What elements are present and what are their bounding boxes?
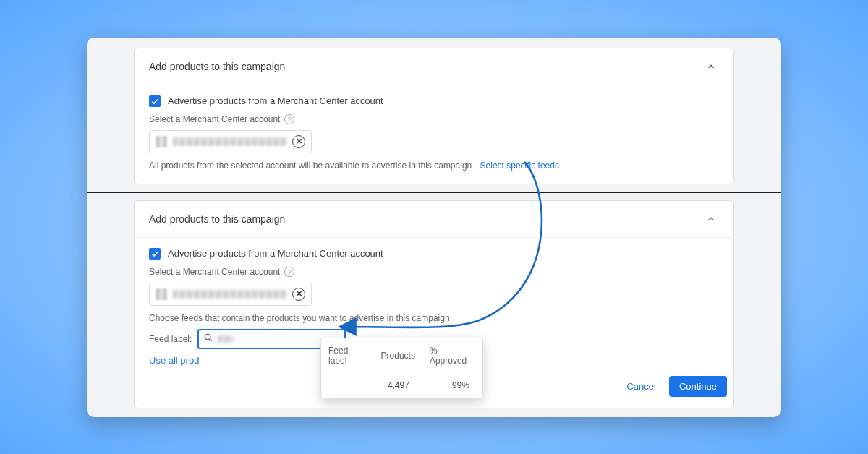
- products-description: All products from the selected account w…: [149, 160, 719, 171]
- help-icon[interactable]: ?: [284, 114, 294, 124]
- card-title: Add products to this campaign: [149, 61, 285, 72]
- app-frame: Add products to this campaign Advertise …: [87, 38, 781, 417]
- footer-actions: Cancel Continue: [626, 376, 727, 397]
- continue-button[interactable]: Continue: [669, 376, 727, 397]
- card-header-top: Add products to this campaign: [135, 48, 733, 85]
- merchant-account-select[interactable]: ✕: [149, 130, 312, 153]
- clear-icon[interactable]: ✕: [292, 288, 305, 301]
- feed-label-text: Feed label:: [149, 334, 192, 344]
- redacted-account-icon: [156, 136, 167, 147]
- redacted-account-name: [173, 290, 286, 299]
- search-icon: [203, 333, 213, 345]
- col-products: Products: [374, 338, 422, 373]
- collapse-icon[interactable]: [703, 59, 719, 74]
- choose-feeds-description: Choose feeds that contain the products y…: [149, 313, 719, 323]
- redacted-account-icon: [156, 288, 167, 300]
- svg-point-0: [205, 334, 211, 340]
- select-specific-feeds-link[interactable]: Select specific feeds: [480, 160, 559, 171]
- col-feed-label: Feed label: [321, 338, 374, 373]
- dropdown-header-row: Feed label Products % Approved: [321, 338, 482, 373]
- svg-line-1: [210, 339, 212, 341]
- cancel-button[interactable]: Cancel: [626, 381, 655, 392]
- col-approved: % Approved: [422, 338, 482, 373]
- checkbox-label: Advertise products from a Merchant Cente…: [168, 95, 383, 106]
- redacted-search-value: [218, 335, 234, 343]
- card-body-top: Advertise products from a Merchant Cente…: [135, 85, 733, 184]
- card-title: Add products to this campaign: [149, 213, 285, 225]
- cell-approved: 99%: [422, 373, 482, 398]
- dropdown-option-row[interactable]: 4,497 99%: [321, 373, 482, 398]
- merchant-account-select[interactable]: ✕: [149, 283, 312, 306]
- cell-products: 4,497: [374, 373, 422, 398]
- card-add-products-top: Add products to this campaign Advertise …: [134, 48, 734, 184]
- checkbox-advertise[interactable]: [149, 248, 161, 260]
- select-merchant-label: Select a Merchant Center account: [149, 114, 280, 124]
- card-header-bottom: Add products to this campaign: [135, 201, 733, 238]
- redacted-account-name: [173, 137, 286, 146]
- checkbox-advertise[interactable]: [149, 95, 161, 107]
- checkbox-label: Advertise products from a Merchant Cente…: [168, 248, 383, 259]
- section-divider: [87, 192, 781, 193]
- use-all-products-link[interactable]: Use all prod: [149, 355, 199, 366]
- help-icon[interactable]: ?: [284, 267, 294, 277]
- collapse-icon[interactable]: [703, 211, 719, 227]
- feed-label-dropdown: Feed label Products % Approved 4,497 99%: [320, 338, 483, 398]
- select-merchant-label: Select a Merchant Center account: [149, 267, 280, 277]
- clear-icon[interactable]: ✕: [292, 135, 305, 148]
